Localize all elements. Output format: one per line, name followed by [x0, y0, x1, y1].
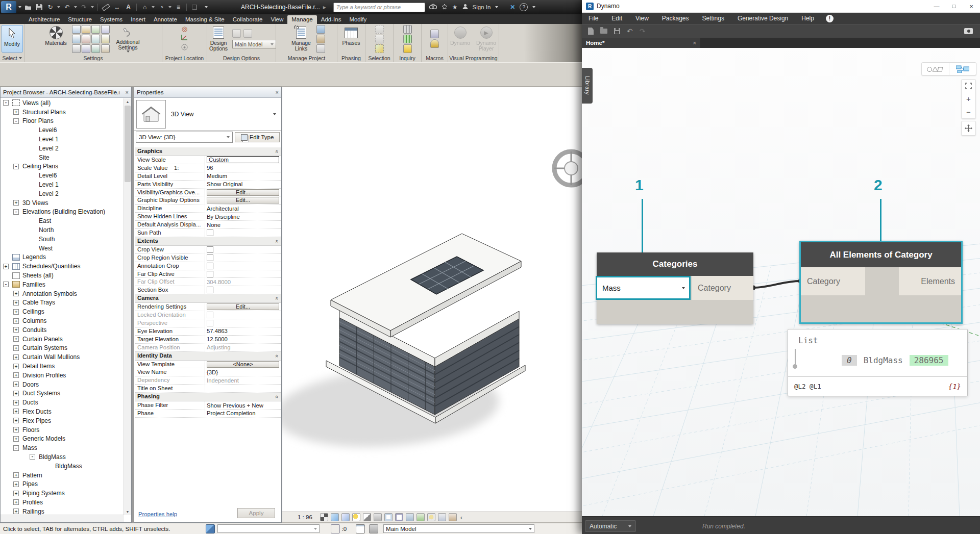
active-workset-select[interactable] [217, 524, 320, 533]
press-drag-icon[interactable] [369, 524, 378, 533]
tree-item[interactable]: Level 1 [1, 135, 124, 144]
close-icon[interactable]: × [126, 89, 129, 95]
tree-item[interactable]: Ceilings [1, 307, 124, 316]
property-row[interactable]: Eye Elevation 57.4863 57.4863 57.4863 [135, 327, 281, 336]
dynamo-menu-item[interactable]: Packages [655, 15, 696, 22]
property-value[interactable] [205, 319, 281, 327]
property-row[interactable]: Scale Value 1: 96 96 96 [135, 164, 281, 172]
tree-item[interactable]: Conduits [1, 325, 124, 335]
text-icon[interactable]: A [124, 3, 133, 12]
tree-expander-icon[interactable] [13, 427, 19, 433]
property-row[interactable]: Title on Sheet [135, 385, 281, 393]
property-value[interactable]: Independent Independent Independent [205, 376, 281, 384]
save-selection-icon[interactable] [375, 25, 384, 34]
property-value[interactable]: 96 96 96 [205, 164, 281, 172]
property-value[interactable]: Edit... Edit... Edit... [205, 196, 281, 204]
property-row[interactable]: Target Elevation 12.5000 12.5000 12.5000 [135, 336, 281, 344]
search-binoculars-icon[interactable] [429, 4, 437, 11]
redo-caret-icon[interactable] [91, 6, 94, 8]
open-file-icon[interactable] [600, 29, 607, 34]
property-row[interactable]: Camera Position Adjusting Adjusting Adju… [135, 344, 281, 352]
shadows-icon[interactable] [363, 513, 371, 521]
property-row[interactable]: Extents [135, 237, 281, 246]
property-row[interactable]: Phasing [135, 393, 281, 401]
mep-settings-icon[interactable] [91, 44, 100, 53]
coordinates-icon[interactable] [181, 34, 189, 43]
property-checkbox[interactable] [207, 287, 213, 293]
fit-to-screen-icon[interactable] [962, 80, 975, 92]
dynamo-menu-item[interactable]: Settings [696, 15, 731, 22]
decal-types-icon[interactable] [316, 35, 325, 43]
property-value[interactable] [205, 254, 281, 262]
property-checkbox[interactable] [207, 230, 213, 236]
ids-of-selection-icon[interactable] [403, 25, 412, 34]
starting-view-icon[interactable] [316, 44, 325, 53]
sun-path-icon[interactable] [352, 513, 360, 521]
edit-type-button[interactable]: Edit Type [235, 132, 280, 142]
property-value[interactable] [205, 246, 281, 253]
tree-item[interactable]: Sheets (all) [1, 271, 124, 280]
tree-item[interactable]: Level6 [1, 171, 124, 180]
tree-expander-icon[interactable] [13, 336, 19, 342]
property-value[interactable] [205, 270, 281, 278]
type-selector[interactable]: 3D View [134, 98, 281, 131]
property-row[interactable]: Phase Filter Show Previous + New Show Pr… [135, 401, 281, 410]
aligned-dimension-icon[interactable]: ↔ [113, 3, 121, 12]
property-value[interactable]: By Discipline By Discipline By Disciplin… [205, 213, 281, 220]
tree-item[interactable]: Division Profiles [1, 371, 124, 380]
property-row[interactable]: Discipline Architectural Architectural A… [135, 205, 281, 213]
tree-item[interactable]: Legends [1, 253, 124, 262]
redo-icon[interactable]: ↷ [80, 3, 88, 12]
property-value[interactable]: 12.5000 12.5000 12.5000 [205, 336, 281, 343]
tree-item[interactable]: Flex Pipes [1, 416, 124, 425]
property-row[interactable]: Perspective [135, 319, 281, 327]
ribbon-group-project-location[interactable]: Project Location [162, 54, 207, 62]
manage-links-button[interactable]: Manage Links [288, 24, 314, 53]
property-value[interactable]: Medium Medium Medium [205, 172, 281, 180]
tree-item[interactable]: Doors [1, 380, 124, 389]
tree-item[interactable]: East [1, 216, 124, 225]
new-file-icon[interactable] [588, 28, 594, 35]
project-information-icon[interactable] [91, 25, 100, 34]
macro-manager-icon[interactable] [430, 30, 439, 38]
tree-expander-icon[interactable] [13, 436, 19, 442]
property-value[interactable]: {3D} {3D} {3D} [205, 368, 281, 376]
collapse-view-bar-icon[interactable]: ‹ [460, 514, 462, 521]
exchange-apps-icon[interactable]: ✕ [510, 4, 515, 11]
temporary-view-properties-icon[interactable] [438, 513, 446, 521]
drawing-area[interactable] [282, 87, 582, 512]
tree-item[interactable]: Level 2 [1, 144, 124, 153]
show-crop-region-icon[interactable] [395, 513, 403, 521]
tree-item[interactable]: Ceiling Plans [1, 162, 124, 171]
property-row[interactable]: Sun Path [135, 229, 281, 237]
property-row[interactable]: View Template <None> <None> <None> [135, 361, 281, 369]
properties-title-bar[interactable]: Properties × [134, 87, 281, 98]
visual-style-icon[interactable] [341, 513, 350, 521]
property-row[interactable]: Default Analysis Displa... None None Non… [135, 221, 281, 229]
node-preview-bubble[interactable]: List 0 BldgMass 286965 @L2 @L1 {1} [788, 329, 968, 396]
dynamo-menu-item[interactable]: Help [795, 15, 821, 22]
design-options-button[interactable]: Design Options [207, 24, 230, 53]
property-row[interactable]: Dependency Independent Independent Indep… [135, 376, 281, 385]
type-selector-caret-icon[interactable] [273, 113, 276, 115]
3d-model[interactable] [282, 87, 582, 512]
property-value[interactable]: Project Completion Project Completion Pr… [205, 410, 281, 417]
dynamo-menu-item[interactable]: Edit [605, 15, 629, 22]
tree-item[interactable]: Level 2 [1, 189, 124, 198]
dynamo-player-button[interactable]: ▶ Dynamo Player [474, 24, 499, 53]
property-row[interactable]: Show Hidden Lines By Discipline By Disci… [135, 213, 281, 221]
tree-expander-icon[interactable] [13, 382, 19, 387]
close-icon[interactable]: × [963, 3, 980, 10]
maximize-icon[interactable]: □ [945, 3, 963, 9]
manage-images-icon[interactable] [316, 25, 325, 34]
tree-item[interactable]: West [1, 244, 124, 253]
ribbon-tab[interactable]: Add-Ins [317, 15, 346, 24]
tree-expander-icon[interactable] [13, 418, 19, 423]
property-row[interactable]: Detail Level Medium Medium Medium [135, 172, 281, 181]
transfer-project-standards-icon[interactable] [91, 35, 100, 43]
edit-selection-icon[interactable] [375, 44, 384, 53]
default-3d-view-icon[interactable]: ⌂ [140, 3, 149, 12]
temporary-hide-isolate-icon[interactable] [416, 513, 425, 521]
view3d-caret-icon[interactable] [152, 6, 155, 8]
property-row[interactable]: Camera [135, 294, 281, 303]
